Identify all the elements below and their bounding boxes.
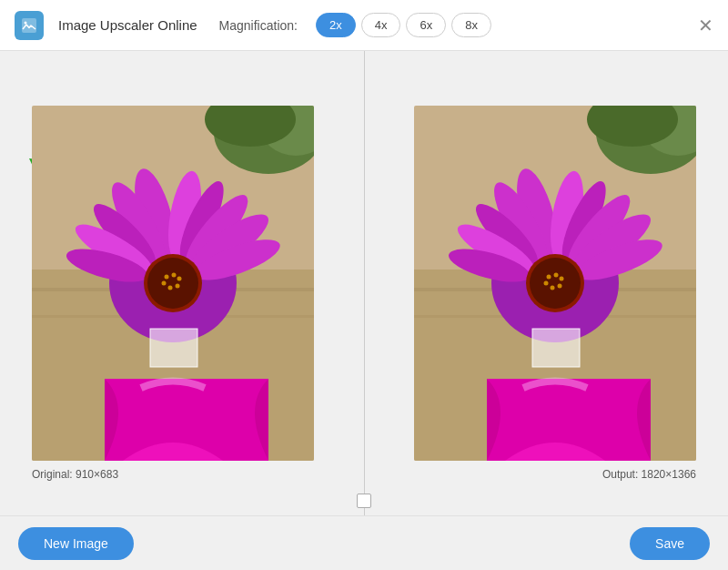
svg-point-24 bbox=[165, 275, 169, 280]
magnification-buttons: 2x 4x 6x 8x bbox=[316, 13, 491, 37]
right-panel: Output: 1820×1366 bbox=[382, 51, 728, 515]
mag-btn-4x[interactable]: 4x bbox=[361, 13, 401, 37]
main-content: Original: 910×683 bbox=[0, 51, 728, 515]
center-divider bbox=[346, 51, 382, 515]
left-panel: Original: 910×683 bbox=[0, 51, 346, 515]
mag-btn-8x[interactable]: 8x bbox=[451, 13, 491, 37]
bottom-bar: New Image Save bbox=[0, 515, 728, 570]
svg-point-23 bbox=[147, 258, 198, 309]
svg-point-51 bbox=[530, 258, 581, 309]
close-button[interactable]: ✕ bbox=[698, 16, 713, 35]
svg-rect-30 bbox=[150, 329, 197, 367]
svg-point-1 bbox=[25, 21, 27, 24]
mag-btn-6x[interactable]: 6x bbox=[406, 13, 446, 37]
output-flower-image bbox=[414, 106, 696, 461]
app-logo-icon bbox=[15, 11, 44, 40]
svg-point-26 bbox=[177, 277, 182, 281]
header: Image Upscaler Online Magnification: 2x … bbox=[0, 0, 728, 51]
compare-checkbox[interactable] bbox=[357, 494, 371, 508]
output-label: Output: 1820×1366 bbox=[602, 468, 696, 481]
original-image-wrapper: Original: 910×683 bbox=[32, 106, 314, 461]
svg-point-25 bbox=[172, 273, 177, 278]
svg-point-56 bbox=[551, 286, 555, 290]
new-image-button[interactable]: New Image bbox=[18, 527, 134, 560]
svg-point-29 bbox=[162, 281, 167, 286]
svg-rect-58 bbox=[532, 329, 580, 367]
app-title: Image Upscaler Online bbox=[58, 17, 197, 33]
svg-point-52 bbox=[547, 275, 551, 280]
mag-btn-2x[interactable]: 2x bbox=[316, 13, 356, 37]
magnification-label: Magnification: bbox=[219, 18, 298, 33]
svg-point-28 bbox=[168, 286, 173, 290]
svg-point-54 bbox=[560, 277, 564, 281]
output-image-wrapper: Output: 1820×1366 bbox=[414, 106, 696, 461]
svg-rect-0 bbox=[22, 18, 36, 33]
original-flower-image bbox=[32, 106, 314, 461]
svg-point-53 bbox=[554, 273, 559, 278]
svg-point-57 bbox=[544, 281, 549, 286]
save-button[interactable]: Save bbox=[630, 527, 710, 560]
original-label: Original: 910×683 bbox=[32, 468, 118, 481]
svg-point-27 bbox=[176, 284, 180, 289]
svg-point-55 bbox=[558, 284, 562, 289]
